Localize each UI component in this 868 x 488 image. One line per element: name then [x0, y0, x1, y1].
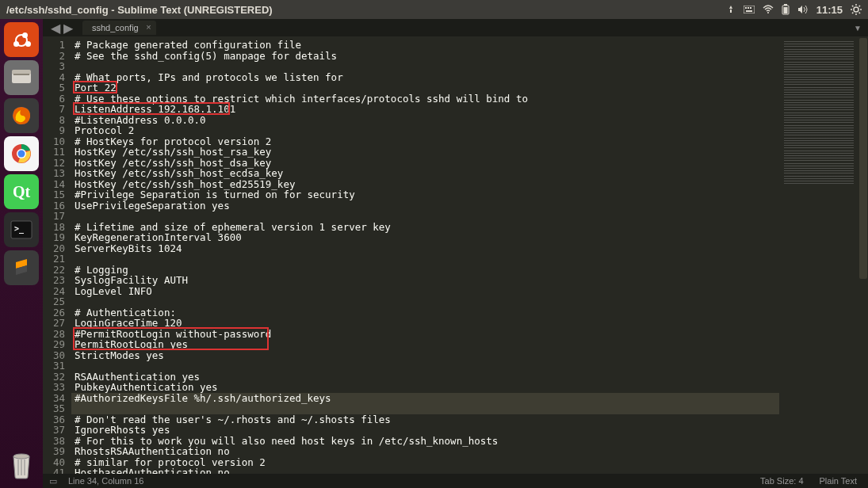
system-tray: 11:15: [726, 4, 862, 16]
tab-overflow-icon[interactable]: ▼: [854, 24, 862, 32]
gutter-line: 41: [46, 467, 65, 474]
code-line[interactable]: # Logging: [71, 265, 779, 276]
code-line[interactable]: UsePrivilegeSeparation yes: [71, 200, 779, 212]
gutter-line: 39: [46, 446, 65, 457]
code-line[interactable]: # For this to work you will also need ho…: [71, 436, 779, 447]
status-bar: ▭ Line 34, Column 16 Tab Size: 4 Plain T…: [43, 474, 868, 488]
code-line[interactable]: RhostsRSAAuthentication no: [71, 446, 779, 457]
gutter-line: 23: [46, 275, 65, 286]
launcher-ubuntu-dash[interactable]: [4, 22, 39, 57]
gutter-line: 29: [46, 339, 65, 350]
status-tabsize[interactable]: Tab Size: 4: [755, 476, 808, 486]
launcher-firefox[interactable]: [4, 98, 39, 133]
svg-rect-1: [745, 7, 747, 9]
code-line[interactable]: # Lifetime and size of ephemeral version…: [71, 222, 779, 233]
code-line[interactable]: RSAAuthentication yes: [71, 372, 779, 383]
launcher-chrome[interactable]: [4, 136, 39, 171]
launcher-sublime[interactable]: [4, 250, 39, 285]
nav-forward-icon[interactable]: ▶: [63, 21, 73, 36]
code-line[interactable]: ListenAddress 192.168.1.101: [71, 104, 779, 115]
gutter-line: 25: [46, 296, 65, 307]
code-line[interactable]: StrictModes yes: [71, 350, 779, 361]
volume-icon[interactable]: [797, 5, 809, 14]
code-line[interactable]: #Privilege Separation is turned on for s…: [71, 189, 779, 200]
code-line[interactable]: # Authentication:: [71, 307, 779, 318]
code-line[interactable]: # similar for protocol version 2: [71, 457, 779, 468]
code-line[interactable]: # What ports, IPs and protocols we liste…: [71, 72, 779, 83]
status-syntax[interactable]: Plain Text: [815, 476, 862, 486]
code-line[interactable]: HostKey /etc/ssh/ssh_host_ed25519_key: [71, 179, 779, 190]
svg-rect-20: [13, 74, 29, 75]
svg-point-24: [18, 151, 25, 158]
clock[interactable]: 11:15: [816, 4, 843, 16]
code-line[interactable]: ServerKeyBits 1024: [71, 243, 779, 254]
tab-sshd-config[interactable]: sshd_config ×: [82, 21, 156, 35]
code-line[interactable]: HostbasedAuthentication no: [71, 467, 779, 474]
gear-icon[interactable]: [851, 4, 862, 15]
gutter-line: 21: [46, 254, 65, 265]
code-line[interactable]: [71, 296, 779, 307]
code-line[interactable]: [71, 254, 779, 265]
launcher-files[interactable]: [4, 60, 39, 95]
gutter-line: 3: [46, 61, 65, 72]
wifi-icon[interactable]: [763, 5, 774, 14]
tab-close-icon[interactable]: ×: [146, 22, 151, 32]
editor-window: ◀ ▶ sshd_config × ▼ 12345678910111213141…: [43, 19, 868, 488]
gutter-line: 37: [46, 425, 65, 436]
launcher-terminal[interactable]: >_: [4, 212, 39, 247]
nav-back-icon[interactable]: ◀: [51, 21, 60, 36]
code-line[interactable]: HostKey /etc/ssh/ssh_host_rsa_key: [71, 147, 779, 158]
svg-rect-2: [748, 7, 749, 9]
gutter-line: 8: [46, 115, 65, 126]
gutter-line: 24: [46, 286, 65, 297]
code-line[interactable]: # Package generated configuration file: [71, 40, 779, 51]
gutter-line: 10: [46, 136, 65, 147]
gutter-line: 33: [46, 382, 65, 393]
svg-line-16: [859, 6, 860, 6]
launcher-trash[interactable]: [4, 447, 39, 482]
code-line[interactable]: # HostKeys for protocol version 2: [71, 136, 779, 147]
code-line[interactable]: KeyRegenerationInterval 3600: [71, 232, 779, 243]
code-line[interactable]: LoginGraceTime 120: [71, 318, 779, 329]
status-panel-icon[interactable]: ▭: [49, 476, 57, 486]
svg-rect-0: [744, 6, 755, 13]
line-gutter: 1234567891011121314151617181920212223242…: [43, 36, 71, 474]
code-line[interactable]: [71, 61, 779, 72]
code-line[interactable]: # See the sshd_config(5) manpage for det…: [71, 51, 779, 62]
keyboard-icon[interactable]: [744, 6, 755, 13]
gutter-line: 34: [46, 393, 65, 404]
code-line[interactable]: PermitRootLogin yes: [71, 339, 779, 350]
code-line[interactable]: #PermitRootLogin without-password: [71, 329, 779, 340]
nav-arrows[interactable]: ◀ ▶: [46, 21, 78, 36]
minimap[interactable]: [779, 36, 858, 474]
gutter-line: 32: [46, 372, 65, 383]
code-line[interactable]: HostKey /etc/ssh/ssh_host_dsa_key: [71, 158, 779, 169]
code-view[interactable]: # Package generated configuration file# …: [71, 36, 779, 474]
launcher-qt[interactable]: Qt: [4, 174, 39, 209]
code-line[interactable]: Port 22: [71, 82, 779, 93]
code-line[interactable]: # Use these options to restrict which in…: [71, 93, 779, 105]
gutter-line: 5: [46, 82, 65, 93]
code-line[interactable]: #AuthorizedKeysFile %h/.ssh/authorized_k…: [71, 393, 779, 404]
code-line[interactable]: Protocol 2: [71, 125, 779, 136]
code-line[interactable]: #ListenAddress 0.0.0.0: [71, 115, 779, 126]
code-line[interactable]: [71, 360, 779, 372]
gutter-line: 36: [46, 414, 65, 425]
gutter-line: 11: [46, 147, 65, 158]
scrollbar-vertical[interactable]: [858, 36, 868, 474]
code-line[interactable]: IgnoreRhosts yes: [71, 425, 779, 436]
status-linecol[interactable]: Line 34, Column 16: [63, 476, 148, 486]
code-line[interactable]: HostKey /etc/ssh/ssh_host_ecdsa_key: [71, 168, 779, 179]
battery-icon[interactable]: [782, 4, 790, 15]
code-line[interactable]: [71, 211, 779, 222]
code-line[interactable]: LogLevel INFO: [71, 286, 779, 297]
code-line[interactable]: [71, 403, 779, 414]
code-line[interactable]: # Don't read the user's ~/.rhosts and ~/…: [71, 414, 779, 425]
gutter-line: 13: [46, 168, 65, 179]
gutter-line: 17: [46, 211, 65, 222]
messaging-icon[interactable]: [726, 5, 736, 14]
gutter-line: 26: [46, 307, 65, 318]
code-line[interactable]: PubkeyAuthentication yes: [71, 382, 779, 393]
code-line[interactable]: SyslogFacility AUTH: [71, 275, 779, 286]
scrollbar-thumb[interactable]: [859, 38, 867, 279]
